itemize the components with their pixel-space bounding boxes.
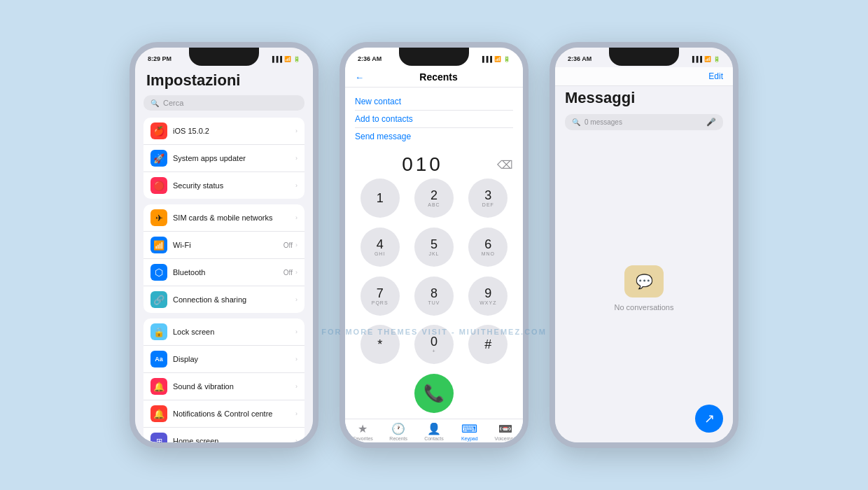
status-icons-3: ▐▐▐ 📶 🔋: [690, 56, 720, 62]
key-2[interactable]: 2ABC: [414, 178, 454, 218]
settings-screen: Impostazioni 🔍 Cerca 🍎 iOS 15.0.2 › 🚀 Sy…: [135, 67, 313, 442]
settings-item-lockscreen[interactable]: 🔒 Lock screen ›: [144, 318, 304, 346]
key-9[interactable]: 9WXYZ: [468, 276, 507, 316]
tab-voicemail[interactable]: 📼 Voicemail: [487, 422, 523, 441]
settings-item-display[interactable]: Aa Display ›: [144, 346, 304, 373]
key-hash[interactable]: #: [468, 325, 507, 364]
dialer-screen: ← Recents New contact Add to contacts Se…: [345, 67, 523, 442]
dialer-actions: New contact Add to contacts Send message: [345, 88, 523, 148]
wifi-chevron: ›: [295, 241, 298, 248]
back-button[interactable]: ←: [355, 72, 364, 83]
notifications-chevron: ›: [295, 410, 298, 417]
key-star[interactable]: *: [360, 325, 400, 364]
key-3[interactable]: 3DEF: [468, 178, 507, 218]
tab-contacts[interactable]: 👤 Contacts: [416, 422, 452, 441]
settings-item-connection[interactable]: 🔗 Connection & sharing ›: [144, 286, 304, 313]
wifi-label: Wi-Fi: [173, 241, 284, 249]
voicemail-icon: 📼: [498, 422, 512, 435]
sim-chevron: ›: [295, 214, 298, 221]
bluetooth-chevron: ›: [295, 269, 298, 276]
settings-item-wifi[interactable]: 📶 Wi-Fi Off ›: [144, 232, 304, 259]
dialer-number-row: 010 ⌫: [345, 148, 523, 178]
lockscreen-label: Lock screen: [173, 328, 295, 336]
microphone-icon: 🎤: [706, 118, 716, 127]
bluetooth-value: Off: [284, 269, 293, 276]
sim-icon: ✈: [150, 209, 167, 226]
bluetooth-icon: ⬡: [150, 264, 167, 281]
send-message-button[interactable]: Send message: [355, 128, 513, 145]
search-placeholder: Cerca: [163, 99, 183, 107]
key-5[interactable]: 5JKL: [414, 227, 454, 267]
key-1[interactable]: 1: [360, 178, 400, 218]
messages-screen: Edit Messaggi 🔍 0 messages 🎤 💬 No conver…: [555, 67, 733, 442]
settings-group-1: 🍎 iOS 15.0.2 › 🚀 System apps updater › 🔴…: [144, 118, 304, 199]
key-0[interactable]: 0+: [414, 325, 454, 364]
settings-item-security[interactable]: 🔴 Security status ›: [144, 172, 304, 199]
lockscreen-icon: 🔒: [150, 323, 167, 340]
phone-messages: 2:36 AM ▐▐▐ 📶 🔋 Edit Messaggi 🔍 0 messag…: [550, 42, 738, 448]
messages-search-icon: 🔍: [572, 118, 580, 126]
key-7[interactable]: 7PQRS: [360, 276, 400, 316]
updater-label: System apps updater: [173, 154, 295, 162]
add-to-contacts-button[interactable]: Add to contacts: [355, 111, 513, 128]
sound-chevron: ›: [295, 383, 298, 390]
edit-button[interactable]: Edit: [708, 71, 723, 81]
settings-item-bluetooth[interactable]: ⬡ Bluetooth Off ›: [144, 259, 304, 286]
contacts-icon: 👤: [427, 422, 441, 435]
tab-keypad[interactable]: ⌨ Keypad: [451, 422, 487, 441]
key-6[interactable]: 6MNO: [468, 227, 507, 267]
bluetooth-label: Bluetooth: [173, 268, 284, 276]
settings-search-bar[interactable]: 🔍 Cerca: [144, 95, 304, 111]
display-icon: Aa: [150, 351, 167, 368]
connection-icon: 🔗: [150, 291, 167, 308]
tab-favorites[interactable]: ★ Favorites: [345, 422, 381, 441]
settings-item-sim[interactable]: ✈ SIM cards & mobile networks ›: [144, 204, 304, 232]
call-button-row: 📞: [345, 370, 523, 419]
settings-item-notifications[interactable]: 🔔 Notifications & Control centre ›: [144, 400, 304, 428]
new-contact-button[interactable]: New contact: [355, 93, 513, 111]
sound-icon: 🔔: [150, 378, 167, 395]
favorites-label: Favorites: [353, 436, 373, 441]
settings-item-homescreen[interactable]: ⊞ Home screen ›: [144, 428, 304, 442]
backspace-button[interactable]: ⌫: [497, 158, 513, 172]
phone-settings: 8:29 PM ▐▐▐ 📶 🔋 Impostazioni 🔍 Cerca 🍎 i…: [130, 42, 318, 448]
ios-chevron: ›: [295, 127, 298, 134]
security-icon: 🔴: [150, 177, 167, 194]
contacts-label: Contacts: [424, 436, 444, 441]
compose-button[interactable]: ↗: [695, 405, 723, 433]
key-4[interactable]: 4GHI: [360, 227, 400, 267]
bubble-icon: 💬: [624, 265, 664, 298]
key-8[interactable]: 8TUV: [414, 276, 454, 316]
no-conversations-text: No conversations: [615, 303, 674, 312]
connection-chevron: ›: [295, 296, 298, 303]
settings-group-3: 🔒 Lock screen › Aa Display › 🔔 Sound & v…: [144, 318, 304, 442]
settings-item-sound[interactable]: 🔔 Sound & vibration ›: [144, 373, 304, 400]
security-chevron: ›: [295, 182, 298, 189]
status-time-2: 2:36 AM: [358, 55, 382, 62]
tab-recents[interactable]: 🕐 Recents: [381, 422, 416, 441]
settings-item-updater[interactable]: 🚀 System apps updater ›: [144, 145, 304, 172]
lockscreen-chevron: ›: [295, 328, 298, 335]
wifi-value: Off: [284, 241, 293, 249]
messages-header: Edit: [555, 67, 733, 86]
recents-icon: 🕐: [391, 422, 405, 435]
display-chevron: ›: [295, 356, 298, 363]
ios-label: iOS 15.0.2: [173, 127, 295, 135]
tab-bar: ★ Favorites 🕐 Recents 👤 Contacts ⌨ Keypa…: [345, 419, 523, 442]
updater-chevron: ›: [295, 155, 298, 162]
wifi-icon: 📶: [150, 237, 167, 253]
messages-search-bar[interactable]: 🔍 0 messages 🎤: [565, 114, 723, 130]
keypad: 1 2ABC 3DEF 4GHI 5JKL 6MNO 7PQRS 8TUV 9W…: [345, 178, 523, 370]
dialed-number: 010: [355, 153, 490, 176]
recents-label: Recents: [389, 436, 407, 441]
homescreen-chevron: ›: [295, 438, 298, 442]
notifications-label: Notifications & Control centre: [173, 410, 295, 418]
notch-3: [609, 48, 679, 66]
settings-item-ios[interactable]: 🍎 iOS 15.0.2 ›: [144, 118, 304, 145]
sound-label: Sound & vibration: [173, 382, 295, 391]
homescreen-label: Home screen: [173, 437, 295, 442]
security-label: Security status: [173, 181, 295, 190]
call-button[interactable]: 📞: [414, 374, 454, 413]
status-time-1: 8:29 PM: [148, 55, 172, 62]
settings-title: Impostazioni: [146, 71, 304, 90]
